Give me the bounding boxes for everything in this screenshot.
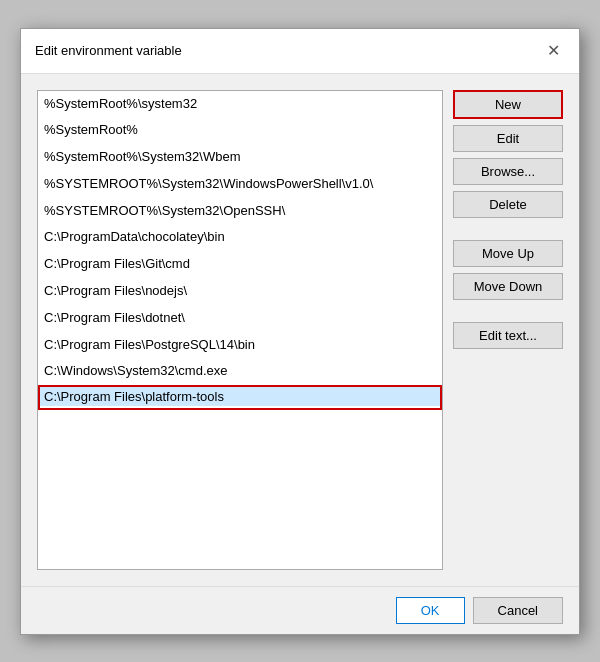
spacer2 (453, 306, 563, 316)
spacer (453, 224, 563, 234)
close-button[interactable]: ✕ (541, 39, 565, 63)
list-item[interactable]: %SystemRoot%\System32\Wbem (38, 144, 442, 171)
delete-button[interactable]: Delete (453, 191, 563, 218)
move-up-button[interactable]: Move Up (453, 240, 563, 267)
dialog-title: Edit environment variable (35, 43, 182, 58)
move-down-button[interactable]: Move Down (453, 273, 563, 300)
edit-button[interactable]: Edit (453, 125, 563, 152)
list-item[interactable]: C:\Windows\System32\cmd.exe (38, 358, 442, 385)
list-item[interactable]: C:\Program Files\nodejs\ (38, 278, 442, 305)
editing-input[interactable] (40, 387, 440, 406)
list-item[interactable]: C:\Program Files\dotnet\ (38, 305, 442, 332)
new-button[interactable]: New (453, 90, 563, 119)
list-item[interactable]: C:\Program Files\PostgreSQL\14\bin (38, 332, 442, 359)
list-item[interactable] (38, 385, 442, 410)
dialog: Edit environment variable ✕ %SystemRoot%… (20, 28, 580, 635)
env-var-list[interactable]: %SystemRoot%\system32%SystemRoot%%System… (37, 90, 443, 570)
list-item[interactable]: %SYSTEMROOT%\System32\OpenSSH\ (38, 198, 442, 225)
buttons-panel: New Edit Browse... Delete Move Up Move D… (453, 90, 563, 570)
list-item[interactable]: %SystemRoot% (38, 117, 442, 144)
dialog-footer: OK Cancel (21, 586, 579, 634)
ok-button[interactable]: OK (396, 597, 465, 624)
dialog-body: %SystemRoot%\system32%SystemRoot%%System… (21, 74, 579, 586)
title-bar: Edit environment variable ✕ (21, 29, 579, 74)
list-item[interactable]: %SYSTEMROOT%\System32\WindowsPowerShell\… (38, 171, 442, 198)
list-item[interactable]: %SystemRoot%\system32 (38, 91, 442, 118)
edit-text-button[interactable]: Edit text... (453, 322, 563, 349)
browse-button[interactable]: Browse... (453, 158, 563, 185)
list-item[interactable]: C:\Program Files\Git\cmd (38, 251, 442, 278)
cancel-button[interactable]: Cancel (473, 597, 563, 624)
list-item[interactable]: C:\ProgramData\chocolatey\bin (38, 224, 442, 251)
